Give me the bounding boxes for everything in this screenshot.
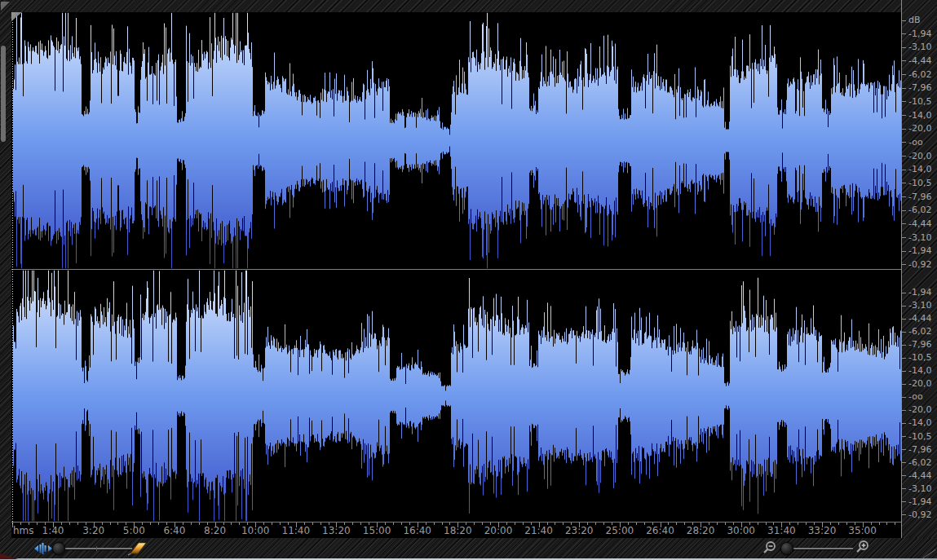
db-tick-label: -oo <box>908 138 923 148</box>
db-tick-row: -1,94 <box>902 288 937 298</box>
db-tick-row: -3,10 <box>902 233 937 243</box>
db-tick-mark <box>902 183 906 183</box>
ruler-tick <box>886 523 887 525</box>
db-tick-label: -7,96 <box>908 445 931 455</box>
db-tick-row: -7,96 <box>902 83 937 93</box>
waveform-channel-left[interactable] <box>11 12 901 269</box>
db-tick-row: -0,92 <box>902 260 937 270</box>
db-tick-row: -14,0 <box>902 418 937 428</box>
time-label: 33:20 <box>802 525 842 536</box>
db-tick-label: -6,02 <box>908 205 931 215</box>
db-tick-row: -10,5 <box>902 97 937 107</box>
db-tick-label: -6,02 <box>908 70 931 80</box>
db-tick-row: -7,96 <box>902 192 937 202</box>
db-tick-row: -7,96 <box>902 340 937 350</box>
zoom-slider-knob[interactable] <box>780 542 793 555</box>
db-tick-label: -20,0 <box>908 379 931 389</box>
time-label: 23:20 <box>559 525 599 536</box>
db-tick-row: -4,44 <box>902 219 937 229</box>
db-tick-row: -20,0 <box>902 124 937 134</box>
db-tick-label: -14,0 <box>908 366 931 376</box>
db-tick-mark <box>902 170 906 170</box>
waveform-display[interactable] <box>11 12 901 522</box>
db-tick-mark <box>902 306 906 306</box>
db-tick-mark <box>902 319 906 320</box>
db-scale: dB-1,94-3,10-4,44-6,02-7,96-10,5-14,0-20… <box>901 0 937 538</box>
db-tick-mark <box>902 345 906 346</box>
time-label: 28:20 <box>680 525 721 536</box>
db-tick-label: -4,44 <box>908 219 931 229</box>
time-label: 21:40 <box>519 525 559 536</box>
db-tick-mark <box>902 129 906 130</box>
db-tick-row: -6,02 <box>902 327 937 337</box>
db-tick-row: -6,02 <box>902 458 937 468</box>
db-tick-label: -7,96 <box>908 83 931 93</box>
db-tick-mark <box>902 449 906 450</box>
db-tick-mark <box>902 462 906 463</box>
window-frame-top <box>0 0 937 12</box>
magnifier-minus-icon[interactable] <box>762 540 778 556</box>
db-tick-row: -3,10 <box>902 301 937 311</box>
time-label: 5:00 <box>113 525 154 536</box>
time-label: 3:20 <box>73 525 114 536</box>
db-tick-mark <box>902 115 906 116</box>
db-tick-mark <box>902 156 906 157</box>
db-tick-label: -1,94 <box>908 246 931 256</box>
db-tick-label: -oo <box>908 392 923 402</box>
db-tick-mark <box>902 142 906 143</box>
time-label: 35:00 <box>842 525 883 536</box>
db-tick-label: -3,10 <box>908 42 931 52</box>
db-tick-mark <box>902 423 906 424</box>
time-label: 8:20 <box>195 525 236 536</box>
db-tick-row: -14,0 <box>902 111 937 121</box>
db-tick-label: -7,96 <box>908 192 931 202</box>
gold-speed-icon[interactable] <box>127 540 148 558</box>
db-tick-mark <box>902 264 906 265</box>
db-tick-label: -4,44 <box>908 56 931 66</box>
db-tick-mark <box>902 436 906 437</box>
time-label: 6:40 <box>154 525 195 536</box>
db-tick-mark <box>902 88 906 89</box>
db-tick-mark <box>902 251 906 252</box>
db-tick-row: -6,02 <box>902 205 937 215</box>
time-label: 18:20 <box>437 525 478 536</box>
db-tick-label: -10,5 <box>908 97 931 107</box>
playhead-cursor[interactable] <box>12 12 13 525</box>
db-tick-row: -6,02 <box>902 70 937 80</box>
db-tick-label: -4,44 <box>908 471 931 481</box>
db-tick-row: -4,44 <box>902 314 937 324</box>
speed-slider-knob[interactable] <box>52 542 65 555</box>
db-tick-label: -10,5 <box>908 432 931 442</box>
time-ruler[interactable]: 1:403:205:006:408:2010:0011:4013:2015:00… <box>11 522 901 538</box>
db-tick-row: -3,10 <box>902 42 937 52</box>
zoom-slider-track[interactable] <box>785 548 853 549</box>
db-tick-label: -14,0 <box>908 111 931 121</box>
waveform-scrub-icon[interactable] <box>34 542 52 555</box>
db-tick-row: dB <box>902 15 937 25</box>
db-tick-label: -3,10 <box>908 233 931 243</box>
db-tick-mark <box>902 410 906 411</box>
waveform-channel-right[interactable] <box>11 270 901 522</box>
db-tick-row: -10,5 <box>902 353 937 363</box>
db-tick-mark <box>902 358 906 359</box>
db-tick-mark <box>902 397 906 398</box>
time-label: 20:00 <box>478 525 519 536</box>
db-tick-label: -7,96 <box>908 340 931 350</box>
db-tick-label: -20,0 <box>908 405 931 415</box>
db-tick-row: -4,44 <box>902 56 937 66</box>
db-tick-mark <box>902 60 906 61</box>
time-label: 25:00 <box>599 525 640 536</box>
magnifier-plus-icon[interactable] <box>855 539 871 555</box>
db-tick-row: -20,0 <box>902 379 937 389</box>
speed-slider-track[interactable] <box>57 548 132 549</box>
db-tick-label: -14,0 <box>908 165 931 174</box>
time-label: 11:40 <box>276 525 316 536</box>
db-tick-row: -10,5 <box>902 179 937 188</box>
channel-divider <box>0 269 901 270</box>
vertical-scroll-thumb[interactable] <box>1 46 6 142</box>
db-tick-row: -14,0 <box>902 165 937 174</box>
db-tick-row: -20,0 <box>902 405 937 415</box>
db-tick-row: -oo <box>902 138 937 148</box>
db-tick-label: -1,94 <box>908 497 931 507</box>
db-scale-channel-1: dB-1,94-3,10-4,44-6,02-7,96-10,5-14,0-20… <box>902 15 937 270</box>
